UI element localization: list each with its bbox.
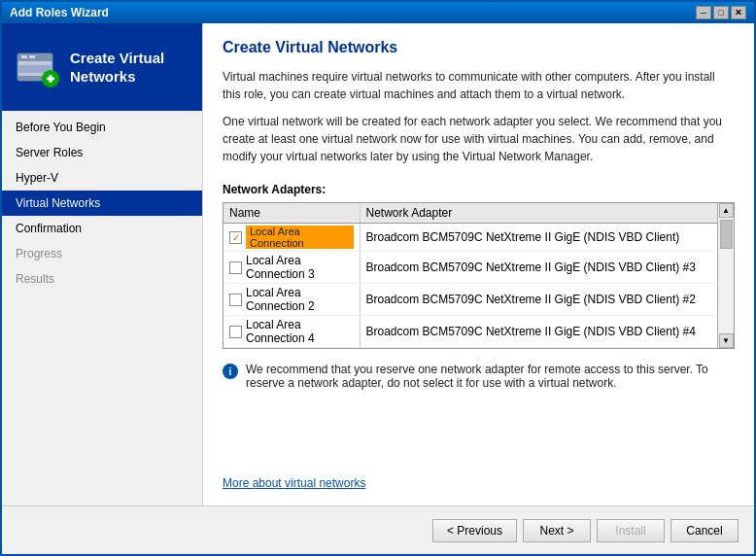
content-area: Create Virtual Networks Before You Begin… bbox=[2, 23, 754, 505]
row-2-adapter: Broadcom BCM5709C NetXtreme II GigE (NDI… bbox=[360, 252, 717, 284]
col-name: Name bbox=[223, 203, 360, 224]
row-1-adapter: Broadcom BCM5709C NetXtreme II GigE (NDI… bbox=[360, 224, 717, 252]
row-4-checkbox[interactable] bbox=[229, 326, 242, 338]
info-icon: i bbox=[223, 364, 238, 379]
close-button[interactable]: ✕ bbox=[731, 6, 746, 19]
network-adapters-table: Name Network Adapter ✓ Local Area Connec… bbox=[223, 203, 717, 348]
cancel-button[interactable]: Cancel bbox=[670, 519, 739, 542]
info-text: We recommend that you reserve one networ… bbox=[246, 363, 735, 390]
sidebar-header: Create Virtual Networks bbox=[2, 23, 202, 111]
sidebar: Create Virtual Networks Before You Begin… bbox=[2, 23, 203, 505]
table-row: Local Area Connection 3 Broadcom BCM5709… bbox=[223, 252, 717, 284]
row-4-adapter: Broadcom BCM5709C NetXtreme II GigE (NDI… bbox=[360, 316, 717, 348]
row-1-name-text: Local Area Connection bbox=[246, 226, 354, 249]
row-3-name-text: Local Area Connection 2 bbox=[246, 286, 354, 313]
table-inner: Name Network Adapter ✓ Local Area Connec… bbox=[223, 203, 717, 348]
install-button[interactable]: Install bbox=[597, 519, 665, 542]
svg-point-6 bbox=[48, 56, 51, 59]
row-4-name: Local Area Connection 4 bbox=[223, 316, 360, 348]
row-2-name-text: Local Area Connection 3 bbox=[246, 254, 354, 281]
row-3-checkbox[interactable] bbox=[229, 294, 242, 306]
description-2: One virtual network will be created for … bbox=[223, 113, 735, 165]
row-1-name: ✓ Local Area Connection bbox=[223, 224, 360, 252]
scroll-thumb[interactable] bbox=[720, 220, 733, 249]
footer: < Previous Next > Install Cancel bbox=[2, 505, 754, 554]
description-1: Virtual machines require virtual network… bbox=[223, 68, 735, 103]
next-button[interactable]: Next > bbox=[523, 519, 591, 542]
row-3-name: Local Area Connection 2 bbox=[223, 284, 360, 316]
table-row: Local Area Connection 4 Broadcom BCM5709… bbox=[223, 316, 717, 348]
table-row: Local Area Connection 2 Broadcom BCM5709… bbox=[223, 284, 717, 316]
sidebar-item-before-you-begin[interactable]: Before You Begin bbox=[2, 115, 202, 140]
svg-rect-4 bbox=[21, 55, 27, 58]
sidebar-item-progress: Progress bbox=[2, 241, 202, 266]
col-adapter: Network Adapter bbox=[360, 203, 717, 224]
sidebar-item-results: Results bbox=[2, 266, 202, 292]
row-2-name: Local Area Connection 3 bbox=[223, 252, 360, 284]
sidebar-header-title: Create Virtual Networks bbox=[70, 49, 190, 87]
more-about-link[interactable]: More about virtual networks bbox=[223, 476, 365, 490]
title-bar: Add Roles Wizard ─ □ ✕ bbox=[2, 2, 754, 23]
main-panel: Create Virtual Networks Virtual machines… bbox=[203, 23, 754, 505]
window-title: Add Roles Wizard bbox=[10, 6, 109, 19]
svg-rect-5 bbox=[29, 55, 35, 58]
table-row: ✓ Local Area Connection Broadcom BCM5709… bbox=[223, 224, 717, 252]
row-2-checkbox[interactable] bbox=[229, 261, 242, 274]
sidebar-nav: Before You Begin Server Roles Hyper-V Vi… bbox=[2, 111, 202, 505]
title-bar-buttons: ─ □ ✕ bbox=[696, 6, 746, 19]
vertical-scrollbar[interactable]: ▲ ▼ bbox=[717, 203, 734, 348]
scroll-down-arrow[interactable]: ▼ bbox=[719, 333, 734, 348]
row-4-name-text: Local Area Connection 4 bbox=[246, 318, 354, 345]
previous-button[interactable]: < Previous bbox=[432, 519, 517, 542]
info-box: i We recommend that you reserve one netw… bbox=[223, 363, 735, 390]
sidebar-item-server-roles[interactable]: Server Roles bbox=[2, 140, 202, 165]
row-3-adapter: Broadcom BCM5709C NetXtreme II GigE (NDI… bbox=[360, 284, 717, 316]
page-title: Create Virtual Networks bbox=[223, 39, 735, 56]
minimize-button[interactable]: ─ bbox=[696, 6, 711, 19]
scroll-up-arrow[interactable]: ▲ bbox=[719, 203, 734, 218]
wizard-icon bbox=[14, 44, 60, 90]
maximize-button[interactable]: □ bbox=[713, 6, 729, 19]
link-area: More about virtual networks bbox=[223, 476, 735, 505]
row-1-checkbox[interactable]: ✓ bbox=[229, 231, 242, 244]
network-adapters-label: Network Adapters: bbox=[223, 183, 735, 196]
sidebar-item-virtual-networks[interactable]: Virtual Networks bbox=[2, 191, 202, 216]
wizard-window: Add Roles Wizard ─ □ ✕ bbox=[0, 0, 756, 556]
svg-rect-9 bbox=[50, 75, 52, 83]
network-adapters-table-container: Name Network Adapter ✓ Local Area Connec… bbox=[223, 202, 735, 349]
sidebar-item-confirmation[interactable]: Confirmation bbox=[2, 216, 202, 241]
sidebar-item-hyper-v[interactable]: Hyper-V bbox=[2, 165, 202, 191]
